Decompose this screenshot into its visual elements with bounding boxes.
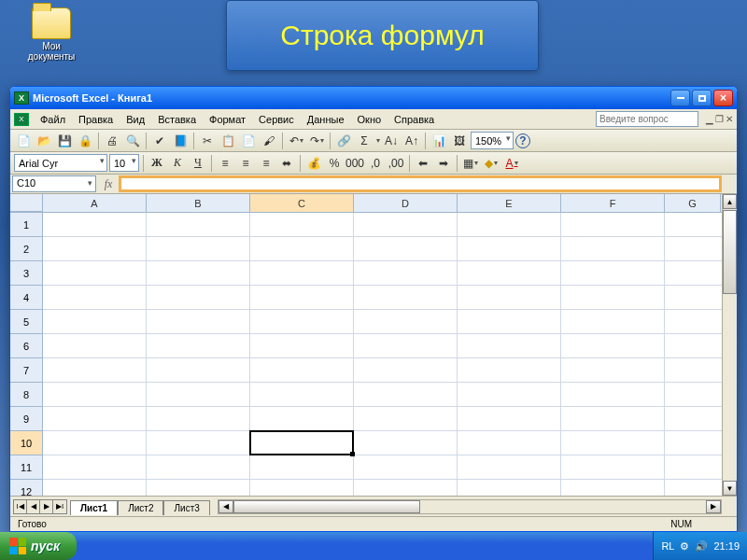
scroll-thumb[interactable] [723,210,737,294]
menu-insert[interactable]: Вставка [152,112,202,127]
menu-edit[interactable]: Правка [73,112,119,127]
row-header[interactable]: 9 [10,407,43,431]
sheet-tab-2[interactable]: Лист2 [118,500,163,515]
clock[interactable]: 21:19 [713,540,740,552]
col-header[interactable]: D [354,194,458,212]
fill-color-icon[interactable]: ◆▾ [482,154,500,173]
formula-bar[interactable] [119,175,722,192]
cell-grid[interactable] [43,213,737,496]
scroll-down-icon[interactable]: ▼ [723,481,737,496]
tab-prev-icon[interactable]: ◀ [27,500,40,513]
titlebar[interactable]: X Microsoft Excel - Книга1 × [10,87,737,109]
col-header[interactable]: A [43,194,147,212]
merge-center-icon[interactable]: ⬌ [277,154,296,173]
align-right-icon[interactable]: ≡ [257,154,275,173]
start-button[interactable]: пуск [0,532,77,560]
save-icon[interactable]: 💾 [55,132,74,150]
permissions-icon[interactable]: 🔒 [76,132,94,150]
tab-next-icon[interactable]: ▶ [40,500,53,513]
close-button[interactable]: × [713,90,733,106]
sheet-tab-1[interactable]: Лист1 [70,500,118,515]
menu-data[interactable]: Данные [302,112,350,127]
research-icon[interactable]: 📘 [171,132,190,150]
font-size-combo[interactable]: 10 [109,154,139,172]
vertical-scrollbar[interactable]: ▲ ▼ [722,194,737,496]
bold-button[interactable]: Ж [148,154,166,173]
row-header[interactable]: 1 [10,213,43,237]
sort-desc-icon[interactable]: A↑ [402,132,421,150]
col-header[interactable]: B [147,194,250,212]
italic-button[interactable]: К [168,154,187,173]
volume-icon[interactable]: 🔊 [695,540,708,553]
align-left-icon[interactable]: ≡ [216,154,234,173]
col-header[interactable]: C [250,194,354,212]
row-header[interactable]: 12 [10,480,43,496]
redo-icon[interactable]: ↷▾ [307,132,326,150]
drawing-icon[interactable]: 🖼 [450,132,469,150]
font-combo[interactable]: Arial Cyr [14,154,107,172]
help-search-input[interactable] [596,111,698,127]
thousands-icon[interactable]: 000 [345,154,364,173]
tab-first-icon[interactable]: I◀ [14,500,27,513]
doc-restore-button[interactable]: ❐ [715,114,724,124]
row-header[interactable]: 11 [10,455,43,480]
row-header[interactable]: 7 [10,358,43,383]
active-cell[interactable] [249,430,354,455]
system-tray[interactable]: RL ⚙ 🔊 21:19 [653,532,747,560]
help-icon[interactable]: ? [515,133,530,148]
hyperlink-icon[interactable]: 🔗 [334,132,353,150]
new-icon[interactable]: 📄 [14,132,33,150]
row-header[interactable]: 10 [10,431,43,455]
tab-nav[interactable]: I◀ ◀ ▶ ▶I [13,499,67,514]
paste-icon[interactable]: 📄 [239,132,258,150]
copy-icon[interactable]: 📋 [218,132,237,150]
scroll-left-icon[interactable]: ◀ [218,500,233,513]
print-preview-icon[interactable]: 🔍 [123,132,142,150]
desktop-icon-my-documents[interactable]: Мои документы [23,7,79,62]
zoom-combo[interactable]: 150% [471,132,514,149]
underline-button[interactable]: Ч [189,154,207,173]
autosum-dropdown[interactable]: ▾ [375,136,380,145]
borders-icon[interactable]: ▦▾ [461,154,480,173]
currency-icon[interactable]: 💰 [304,154,323,173]
cut-icon[interactable]: ✂ [198,132,217,150]
format-painter-icon[interactable]: 🖌 [260,132,278,150]
sort-asc-icon[interactable]: A↓ [382,132,401,150]
doc-minimize-button[interactable]: ▁ [706,114,713,124]
minimize-button[interactable] [670,90,690,106]
horizontal-scrollbar[interactable]: ◀ ▶ [218,499,722,514]
percent-icon[interactable]: % [325,154,344,173]
scroll-thumb[interactable] [233,500,420,513]
row-header[interactable]: 6 [10,334,43,358]
doc-close-button[interactable]: ✕ [726,114,733,124]
row-header[interactable]: 3 [10,261,43,286]
menu-file[interactable]: Файл [35,112,71,127]
undo-icon[interactable]: ↶▾ [287,132,305,150]
font-color-icon[interactable]: A▾ [502,154,521,173]
fill-handle[interactable] [350,452,355,456]
menu-view[interactable]: Вид [120,112,150,127]
col-header[interactable]: F [561,194,665,212]
decrease-indent-icon[interactable]: ⬅ [414,154,432,173]
align-center-icon[interactable]: ≡ [236,154,255,173]
tab-last-icon[interactable]: ▶I [53,500,66,513]
open-icon[interactable]: 📂 [35,132,53,150]
excel-icon[interactable]: X [14,113,29,126]
scroll-up-icon[interactable]: ▲ [723,194,737,209]
maximize-button[interactable] [692,90,712,106]
spelling-icon[interactable]: ✔ [150,132,169,150]
row-header[interactable]: 4 [10,286,43,310]
chart-icon[interactable]: 📊 [430,132,448,150]
name-box[interactable]: C10 [12,175,96,192]
increase-decimal-icon[interactable]: ,0 [366,154,385,173]
fx-icon[interactable]: fx [98,175,119,193]
col-header[interactable]: G [665,194,721,212]
row-header[interactable]: 5 [10,310,43,334]
select-all-corner[interactable] [10,194,43,212]
row-header[interactable]: 2 [10,237,43,261]
increase-indent-icon[interactable]: ➡ [434,154,453,173]
menu-window[interactable]: Окно [352,112,388,127]
language-indicator[interactable]: RL [661,540,674,552]
menu-tools[interactable]: Сервис [253,112,300,127]
autosum-icon[interactable]: Σ [355,132,374,150]
